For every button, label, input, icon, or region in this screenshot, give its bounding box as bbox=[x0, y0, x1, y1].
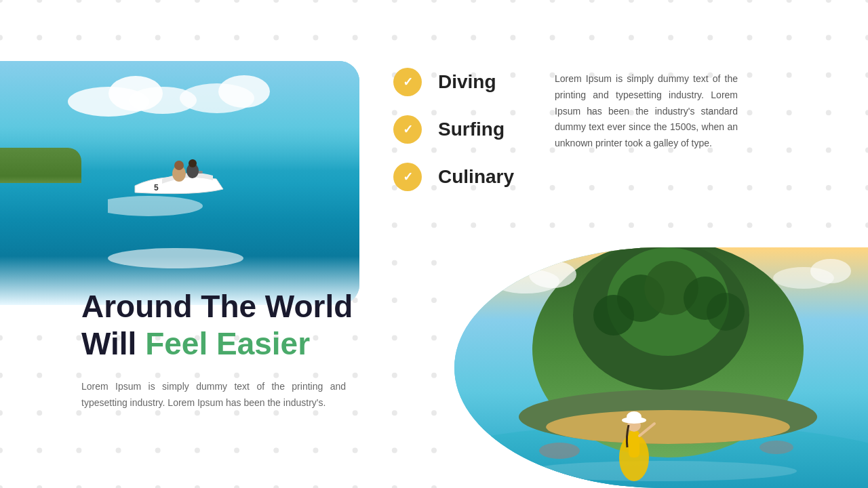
check-item-culinary: Culinary bbox=[393, 163, 514, 191]
checklist: Diving Surfing Culinary bbox=[393, 68, 514, 191]
jetski-svg: 5 bbox=[108, 138, 257, 220]
bottom-description: Lorem Ipsum is simply dummy text of the … bbox=[81, 379, 346, 411]
check-label-diving: Diving bbox=[438, 71, 496, 93]
check-item-diving: Diving bbox=[393, 68, 514, 96]
svg-point-26 bbox=[760, 441, 793, 454]
island-image-container bbox=[454, 247, 868, 488]
clouds-svg bbox=[54, 68, 292, 122]
check-icon-surfing bbox=[393, 115, 422, 144]
bottom-text-section: Around The World Will Feel Easier Lorem … bbox=[0, 247, 366, 488]
svg-point-31 bbox=[627, 411, 642, 422]
check-label-surfing: Surfing bbox=[438, 119, 505, 140]
check-icon-culinary bbox=[393, 163, 422, 191]
heading-line2-plain: Will bbox=[81, 326, 145, 361]
heading-line2-highlight: Feel Easier bbox=[145, 326, 310, 361]
island-background-svg bbox=[454, 247, 868, 488]
features-description: Lorem Ipsum is simply dummy text of the … bbox=[555, 71, 738, 152]
svg-point-23 bbox=[707, 293, 745, 331]
svg-text:5: 5 bbox=[154, 183, 159, 192]
svg-point-5 bbox=[189, 159, 197, 167]
svg-point-34 bbox=[529, 261, 576, 288]
main-heading: Around The World Will Feel Easier bbox=[81, 288, 366, 363]
svg-point-0 bbox=[108, 196, 203, 216]
island-scene bbox=[454, 247, 868, 488]
svg-point-11 bbox=[218, 75, 270, 108]
features-section: Diving Surfing Culinary Lorem Ipsum is s… bbox=[393, 68, 738, 191]
check-label-culinary: Culinary bbox=[438, 166, 514, 188]
svg-point-3 bbox=[174, 161, 184, 170]
svg-point-18 bbox=[546, 410, 790, 444]
svg-point-36 bbox=[810, 259, 851, 283]
svg-point-25 bbox=[539, 443, 580, 459]
check-item-surfing: Surfing bbox=[393, 115, 514, 144]
heading-line1: Around The World bbox=[81, 289, 353, 324]
check-icon-diving bbox=[393, 68, 422, 96]
svg-point-24 bbox=[526, 461, 797, 481]
svg-rect-28 bbox=[629, 430, 639, 458]
